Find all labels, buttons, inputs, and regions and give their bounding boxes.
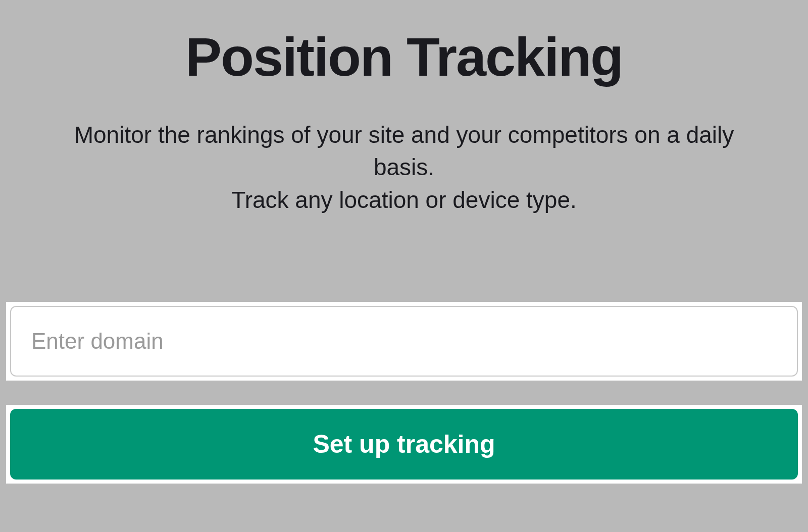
subtitle-line-2: Track any location or device type. xyxy=(231,187,577,213)
subtitle-line-1: Monitor the rankings of your site and yo… xyxy=(74,122,734,180)
page-subtitle: Monitor the rankings of your site and yo… xyxy=(50,119,758,216)
domain-input-wrapper xyxy=(6,302,802,381)
domain-input[interactable] xyxy=(10,306,798,377)
submit-button-wrapper: Set up tracking xyxy=(6,405,802,484)
page-title: Position Tracking xyxy=(185,25,623,88)
setup-tracking-button[interactable]: Set up tracking xyxy=(10,409,798,480)
